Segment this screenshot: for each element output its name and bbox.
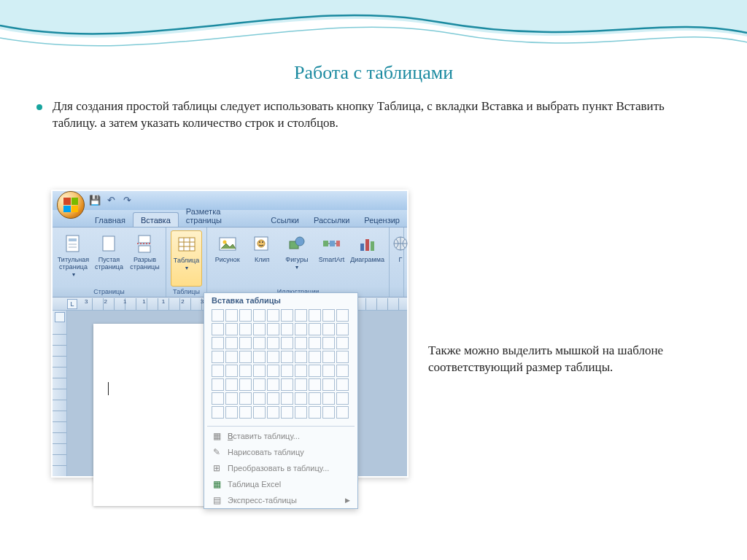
svg-point-20 (295, 237, 304, 246)
insert-table-item[interactable]: ▦ В Вставить таблицу... (204, 428, 357, 444)
svg-rect-22 (330, 241, 335, 246)
ribbon-group-pages: Титульнаястраница ▾ Пустаястраница Разры… (53, 228, 166, 297)
table-button[interactable]: Таблица ▾ (171, 230, 202, 287)
hyperlink-button-cut[interactable]: Г (394, 230, 407, 295)
side-explanation-text: Также можно выделить мышкой на шаблоне с… (428, 343, 705, 376)
submenu-arrow-icon: ▶ (345, 497, 350, 504)
slide-title: Работа с таблицами (0, 62, 747, 84)
pencil-icon: ✎ (212, 447, 222, 457)
svg-rect-1 (69, 238, 77, 241)
office-button[interactable] (57, 191, 85, 219)
svg-point-18 (262, 241, 263, 243)
svg-point-17 (259, 241, 260, 243)
tab-selector-icon[interactable]: L (67, 299, 77, 309)
picture-button[interactable]: Рисунок (212, 230, 244, 287)
vertical-ruler[interactable] (53, 311, 67, 476)
group-label-pages: Страницы (57, 287, 161, 295)
ribbon-tabs: Главная Вставка Разметка страницы Ссылки… (53, 210, 407, 228)
page-break-button[interactable]: Разрывстраницы (128, 230, 161, 287)
svg-rect-2 (69, 244, 77, 245)
convert-table-item[interactable]: ⊞ Преобразовать в таблицу... (204, 460, 357, 476)
table-dropdown: Вставка таблицы ▦ В Вставить таблицу... … (204, 292, 358, 509)
svg-rect-21 (323, 241, 328, 246)
svg-rect-23 (336, 241, 340, 246)
bullet-dot (36, 104, 42, 110)
ribbon-group-links-cut: Г (390, 228, 404, 297)
clip-button[interactable]: Клип (247, 230, 279, 287)
svg-rect-25 (365, 239, 369, 251)
tab-home[interactable]: Главная (88, 213, 133, 227)
svg-rect-3 (69, 246, 77, 248)
ribbon-group-illustrations: Рисунок Клип Фигуры ▾ SmartArt Диа (207, 228, 390, 297)
svg-rect-5 (139, 236, 150, 243)
bullet-text: Для создания простой таблицы следует исп… (53, 98, 678, 132)
excel-table-item[interactable]: ▦ Таблица Excel (204, 476, 357, 492)
quick-tables-item[interactable]: ▤ Экспресс-таблицы ▶ (204, 492, 357, 508)
smartart-button[interactable]: SmartArt (316, 230, 348, 287)
excel-icon: ▦ (212, 479, 222, 489)
insert-table-label: Вставить таблицу... (228, 432, 300, 440)
tables-icon: ▤ (212, 495, 222, 505)
word-screenshot: 💾 ↶ ↷ Главная Вставка Разметка страницы … (51, 190, 409, 478)
ribbon-group-tables: Таблица ▾ Таблицы (166, 228, 207, 297)
text-cursor-icon (108, 382, 109, 395)
chevron-down-icon: ▾ (295, 264, 298, 271)
qat-save-icon[interactable]: 💾 (89, 195, 101, 206)
table-grid-icon: ▦ (212, 431, 222, 441)
tab-page-layout[interactable]: Разметка страницы (179, 204, 263, 227)
chevron-down-icon: ▾ (72, 271, 75, 278)
draw-table-item[interactable]: ✎ Нарисовать таблицу (204, 444, 357, 460)
tab-mailings[interactable]: Рассылки (306, 213, 357, 227)
ribbon: Титульнаястраница ▾ Пустаястраница Разры… (53, 228, 407, 298)
qat-undo-icon[interactable]: ↶ (105, 195, 117, 206)
svg-rect-4 (103, 236, 115, 251)
svg-rect-6 (139, 246, 150, 252)
ruler-corner-icon (55, 312, 65, 322)
table-size-grid[interactable] (204, 308, 357, 424)
group-label-tables: Таблицы (171, 287, 202, 295)
tab-review[interactable]: Рецензир (357, 213, 407, 227)
svg-rect-8 (179, 238, 195, 251)
chart-button[interactable]: Диаграмма (350, 230, 384, 287)
tab-insert[interactable]: Вставка (133, 212, 179, 227)
tab-references[interactable]: Ссылки (263, 213, 306, 227)
qat-redo-icon[interactable]: ↷ (121, 195, 133, 206)
cover-page-button[interactable]: Титульнаястраница ▾ (57, 230, 90, 287)
draw-table-label: Нарисовать таблицу (228, 448, 304, 456)
convert-icon: ⊞ (212, 463, 222, 473)
svg-rect-24 (360, 244, 364, 251)
excel-table-label: Таблица Excel (228, 480, 281, 489)
chevron-down-icon: ▾ (185, 265, 188, 271)
svg-rect-26 (371, 241, 374, 251)
shapes-button[interactable]: Фигуры ▾ (281, 230, 313, 287)
dropdown-header: Вставка таблицы (204, 293, 357, 308)
convert-table-label: Преобразовать в таблицу... (228, 464, 329, 472)
blank-page-button[interactable]: Пустаястраница (93, 230, 125, 287)
quick-tables-label: Экспресс-таблицы (228, 496, 297, 505)
bullet-list: Для создания простой таблицы следует исп… (36, 98, 678, 132)
